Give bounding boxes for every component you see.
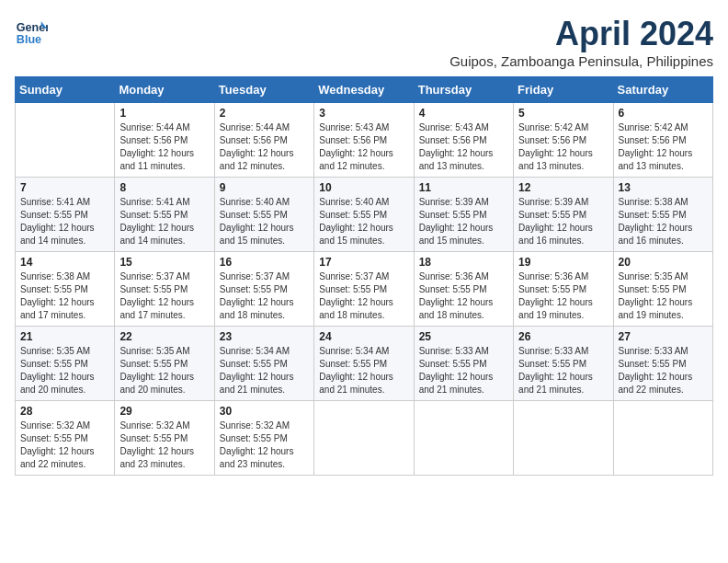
calendar-cell: 29Sunrise: 5:32 AM Sunset: 5:55 PM Dayli… <box>115 401 214 476</box>
svg-text:Blue: Blue <box>17 33 41 46</box>
day-number: 20 <box>619 256 708 269</box>
day-number: 14 <box>20 256 109 269</box>
calendar-cell: 25Sunrise: 5:33 AM Sunset: 5:55 PM Dayli… <box>414 327 513 401</box>
day-info: Sunrise: 5:43 AM Sunset: 5:56 PM Dayligh… <box>319 121 408 173</box>
day-number: 15 <box>119 256 209 269</box>
calendar-week-row: 21Sunrise: 5:35 AM Sunset: 5:55 PM Dayli… <box>16 327 713 401</box>
day-info: Sunrise: 5:44 AM Sunset: 5:56 PM Dayligh… <box>119 121 209 173</box>
day-number: 13 <box>619 181 708 194</box>
logo: General Blue <box>15 15 48 48</box>
day-number: 8 <box>119 181 209 194</box>
calendar-cell: 18Sunrise: 5:36 AM Sunset: 5:55 PM Dayli… <box>414 252 513 327</box>
title-area: April 2024 Guipos, Zamboanga Peninsula, … <box>449 15 713 69</box>
calendar-week-row: 7Sunrise: 5:41 AM Sunset: 5:55 PM Daylig… <box>16 178 713 252</box>
calendar-cell: 8Sunrise: 5:41 AM Sunset: 5:55 PM Daylig… <box>115 178 214 252</box>
calendar-cell <box>514 401 613 476</box>
calendar-cell: 16Sunrise: 5:37 AM Sunset: 5:55 PM Dayli… <box>214 252 313 327</box>
calendar-day-header: Tuesday <box>214 77 313 103</box>
calendar-cell: 15Sunrise: 5:37 AM Sunset: 5:55 PM Dayli… <box>115 252 214 327</box>
day-number: 29 <box>119 405 209 418</box>
calendar-cell: 4Sunrise: 5:43 AM Sunset: 5:56 PM Daylig… <box>414 103 513 178</box>
calendar-day-header: Friday <box>514 77 613 103</box>
day-info: Sunrise: 5:35 AM Sunset: 5:55 PM Dayligh… <box>20 345 109 396</box>
month-title: April 2024 <box>449 15 713 53</box>
calendar-cell: 21Sunrise: 5:35 AM Sunset: 5:55 PM Dayli… <box>16 327 115 401</box>
day-info: Sunrise: 5:42 AM Sunset: 5:56 PM Dayligh… <box>518 121 608 173</box>
calendar-cell: 1Sunrise: 5:44 AM Sunset: 5:56 PM Daylig… <box>115 103 214 178</box>
day-info: Sunrise: 5:34 AM Sunset: 5:55 PM Dayligh… <box>220 345 309 396</box>
calendar-week-row: 28Sunrise: 5:32 AM Sunset: 5:55 PM Dayli… <box>16 401 713 476</box>
calendar-cell: 17Sunrise: 5:37 AM Sunset: 5:55 PM Dayli… <box>314 252 414 327</box>
day-number: 24 <box>319 330 408 343</box>
day-number: 1 <box>119 107 209 120</box>
location-subtitle: Guipos, Zamboanga Peninsula, Philippines <box>449 53 713 69</box>
day-info: Sunrise: 5:38 AM Sunset: 5:55 PM Dayligh… <box>20 270 109 322</box>
day-info: Sunrise: 5:39 AM Sunset: 5:55 PM Dayligh… <box>518 196 608 247</box>
day-number: 4 <box>419 107 508 120</box>
day-info: Sunrise: 5:39 AM Sunset: 5:55 PM Dayligh… <box>419 196 508 247</box>
day-info: Sunrise: 5:37 AM Sunset: 5:55 PM Dayligh… <box>319 270 408 322</box>
calendar-cell: 7Sunrise: 5:41 AM Sunset: 5:55 PM Daylig… <box>16 178 115 252</box>
day-number: 30 <box>220 405 309 418</box>
calendar-cell: 5Sunrise: 5:42 AM Sunset: 5:56 PM Daylig… <box>514 103 613 178</box>
day-info: Sunrise: 5:41 AM Sunset: 5:55 PM Dayligh… <box>119 196 209 247</box>
day-number: 3 <box>319 107 408 120</box>
day-number: 22 <box>119 330 209 343</box>
day-info: Sunrise: 5:35 AM Sunset: 5:55 PM Dayligh… <box>619 270 708 322</box>
day-info: Sunrise: 5:40 AM Sunset: 5:55 PM Dayligh… <box>220 196 309 247</box>
day-info: Sunrise: 5:32 AM Sunset: 5:55 PM Dayligh… <box>20 419 109 471</box>
calendar-cell: 23Sunrise: 5:34 AM Sunset: 5:55 PM Dayli… <box>214 327 313 401</box>
calendar-cell: 12Sunrise: 5:39 AM Sunset: 5:55 PM Dayli… <box>514 178 613 252</box>
calendar-day-header: Monday <box>115 77 214 103</box>
day-number: 10 <box>319 181 408 194</box>
day-number: 2 <box>220 107 309 120</box>
day-info: Sunrise: 5:43 AM Sunset: 5:56 PM Dayligh… <box>419 121 508 173</box>
day-info: Sunrise: 5:36 AM Sunset: 5:55 PM Dayligh… <box>518 270 608 322</box>
day-info: Sunrise: 5:33 AM Sunset: 5:55 PM Dayligh… <box>419 345 508 396</box>
day-info: Sunrise: 5:32 AM Sunset: 5:55 PM Dayligh… <box>119 419 209 471</box>
day-number: 17 <box>319 256 408 269</box>
day-info: Sunrise: 5:32 AM Sunset: 5:55 PM Dayligh… <box>220 419 309 471</box>
calendar-header-row: SundayMondayTuesdayWednesdayThursdayFrid… <box>16 77 713 103</box>
calendar-cell <box>16 103 115 178</box>
calendar-cell: 26Sunrise: 5:33 AM Sunset: 5:55 PM Dayli… <box>514 327 613 401</box>
calendar-cell: 2Sunrise: 5:44 AM Sunset: 5:56 PM Daylig… <box>214 103 313 178</box>
day-info: Sunrise: 5:37 AM Sunset: 5:55 PM Dayligh… <box>119 270 209 322</box>
day-number: 21 <box>20 330 109 343</box>
calendar-cell <box>414 401 513 476</box>
calendar-cell: 11Sunrise: 5:39 AM Sunset: 5:55 PM Dayli… <box>414 178 513 252</box>
day-number: 16 <box>220 256 309 269</box>
day-number: 19 <box>518 256 608 269</box>
calendar-week-row: 14Sunrise: 5:38 AM Sunset: 5:55 PM Dayli… <box>16 252 713 327</box>
day-info: Sunrise: 5:34 AM Sunset: 5:55 PM Dayligh… <box>319 345 408 396</box>
day-number: 27 <box>619 330 708 343</box>
calendar-cell: 10Sunrise: 5:40 AM Sunset: 5:55 PM Dayli… <box>314 178 414 252</box>
calendar-week-row: 1Sunrise: 5:44 AM Sunset: 5:56 PM Daylig… <box>16 103 713 178</box>
day-number: 11 <box>419 181 508 194</box>
calendar-day-header: Saturday <box>613 77 712 103</box>
calendar-cell: 3Sunrise: 5:43 AM Sunset: 5:56 PM Daylig… <box>314 103 414 178</box>
calendar-table: SundayMondayTuesdayWednesdayThursdayFrid… <box>15 76 713 476</box>
day-info: Sunrise: 5:44 AM Sunset: 5:56 PM Dayligh… <box>220 121 309 173</box>
calendar-day-header: Sunday <box>16 77 115 103</box>
day-info: Sunrise: 5:35 AM Sunset: 5:55 PM Dayligh… <box>119 345 209 396</box>
day-info: Sunrise: 5:36 AM Sunset: 5:55 PM Dayligh… <box>419 270 508 322</box>
calendar-cell: 28Sunrise: 5:32 AM Sunset: 5:55 PM Dayli… <box>16 401 115 476</box>
day-info: Sunrise: 5:33 AM Sunset: 5:55 PM Dayligh… <box>518 345 608 396</box>
calendar-cell <box>613 401 712 476</box>
day-number: 23 <box>220 330 309 343</box>
logo-icon: General Blue <box>15 15 48 48</box>
day-number: 12 <box>518 181 608 194</box>
day-number: 25 <box>419 330 508 343</box>
day-number: 6 <box>619 107 708 120</box>
day-number: 9 <box>220 181 309 194</box>
calendar-cell: 19Sunrise: 5:36 AM Sunset: 5:55 PM Dayli… <box>514 252 613 327</box>
day-info: Sunrise: 5:40 AM Sunset: 5:55 PM Dayligh… <box>319 196 408 247</box>
calendar-day-header: Thursday <box>414 77 513 103</box>
day-info: Sunrise: 5:41 AM Sunset: 5:55 PM Dayligh… <box>20 196 109 247</box>
calendar-cell: 30Sunrise: 5:32 AM Sunset: 5:55 PM Dayli… <box>214 401 313 476</box>
calendar-cell: 27Sunrise: 5:33 AM Sunset: 5:55 PM Dayli… <box>613 327 712 401</box>
calendar-cell: 9Sunrise: 5:40 AM Sunset: 5:55 PM Daylig… <box>214 178 313 252</box>
day-info: Sunrise: 5:33 AM Sunset: 5:55 PM Dayligh… <box>619 345 708 396</box>
calendar-day-header: Wednesday <box>314 77 414 103</box>
